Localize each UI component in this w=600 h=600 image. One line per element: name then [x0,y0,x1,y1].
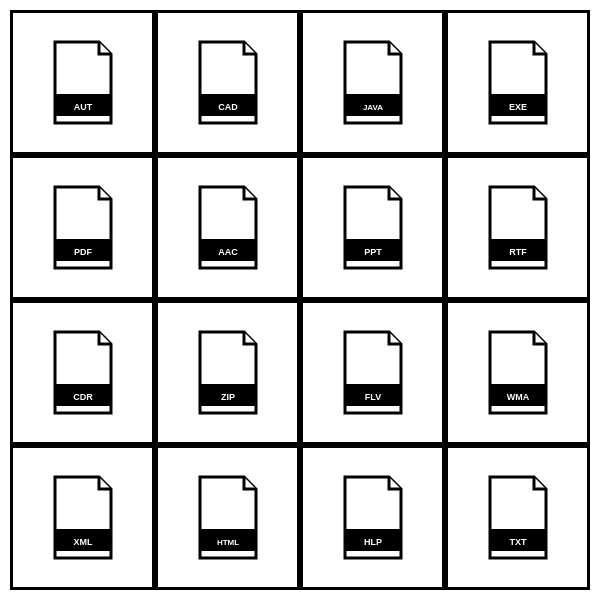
file-icon-aut: AUT [47,40,119,125]
svg-text:AUT: AUT [73,102,92,112]
file-icon-pdf: PDF [47,185,119,270]
svg-text:FLV: FLV [364,392,380,402]
file-icon-txt: TXT [482,475,554,560]
file-type-cell[interactable]: RTF [445,155,590,300]
svg-text:ZIP: ZIP [220,392,234,402]
file-type-cell[interactable]: AAC [155,155,300,300]
file-type-cell[interactable]: XML [10,445,155,590]
file-type-cell[interactable]: PDF [10,155,155,300]
file-type-cell[interactable]: AUT [10,10,155,155]
file-icon-xml: XML [47,475,119,560]
svg-text:JAVA: JAVA [362,103,382,112]
file-type-cell[interactable]: PPT [300,155,445,300]
svg-text:EXE: EXE [508,102,526,112]
file-type-cell[interactable]: HTML [155,445,300,590]
file-icon-ppt: PPT [337,185,409,270]
file-icon-aac: AAC [192,185,264,270]
file-icon-rtf: RTF [482,185,554,270]
file-type-grid: AUT CAD JAVA [10,10,590,590]
file-type-cell[interactable]: TXT [445,445,590,590]
svg-text:HLP: HLP [364,537,382,547]
file-icon-html: HTML [192,475,264,560]
file-icon-cdr: CDR [47,330,119,415]
file-icon-exe: EXE [482,40,554,125]
file-type-cell[interactable]: JAVA [300,10,445,155]
file-type-cell[interactable]: HLP [300,445,445,590]
svg-text:RTF: RTF [509,247,527,257]
file-icon-wma: WMA [482,330,554,415]
svg-text:CAD: CAD [218,102,238,112]
file-icon-java: JAVA [337,40,409,125]
svg-text:HTML: HTML [216,538,238,547]
svg-text:CDR: CDR [73,392,93,402]
file-type-cell[interactable]: CAD [155,10,300,155]
svg-text:TXT: TXT [509,537,527,547]
svg-text:WMA: WMA [506,392,529,402]
file-icon-zip: ZIP [192,330,264,415]
svg-text:AAC: AAC [218,247,238,257]
file-icon-hlp: HLP [337,475,409,560]
file-type-cell[interactable]: FLV [300,300,445,445]
file-type-cell[interactable]: EXE [445,10,590,155]
file-type-cell[interactable]: CDR [10,300,155,445]
file-icon-flv: FLV [337,330,409,415]
file-type-cell[interactable]: WMA [445,300,590,445]
file-icon-cad: CAD [192,40,264,125]
svg-text:XML: XML [73,537,93,547]
file-type-cell[interactable]: ZIP [155,300,300,445]
svg-text:PPT: PPT [364,247,382,257]
svg-text:PDF: PDF [74,247,93,257]
